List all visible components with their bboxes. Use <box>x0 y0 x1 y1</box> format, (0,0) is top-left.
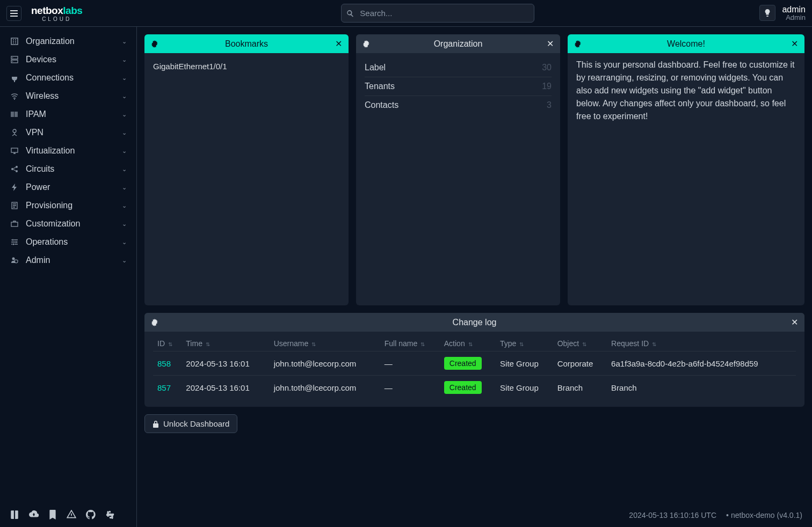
cloud-icon[interactable] <box>29 510 39 519</box>
gear-icon[interactable] <box>151 40 158 48</box>
unlock-label: Unlock Dashboard <box>163 419 229 428</box>
slack-icon[interactable] <box>105 510 115 519</box>
sort-icon: ⇅ <box>311 341 316 347</box>
bolt-icon <box>10 183 19 192</box>
sidebar-item-wireless[interactable]: Wireless⌄ <box>0 87 136 105</box>
close-icon[interactable]: ✕ <box>791 39 798 49</box>
unlock-dashboard-button[interactable]: Unlock Dashboard <box>144 414 237 433</box>
gear-icon[interactable] <box>363 40 370 48</box>
column-header[interactable]: Full name ⇅ <box>380 336 440 352</box>
column-header[interactable]: ID ⇅ <box>153 336 182 352</box>
sidebar-item-label: Connections <box>26 73 74 83</box>
table-row: 8582024-05-13 16:01john.toth@lcecorp.com… <box>153 352 796 376</box>
sidebar-item-admin[interactable]: Admin⌄ <box>0 251 136 269</box>
stat-label: Label <box>365 63 386 72</box>
column-header[interactable]: Request ID ⇅ <box>607 336 796 352</box>
chevron-down-icon: ⌄ <box>122 166 127 173</box>
chevron-down-icon: ⌄ <box>122 148 127 155</box>
column-header[interactable]: Username ⇅ <box>270 336 380 352</box>
sidebar-item-label: Customization <box>26 219 80 229</box>
sidebar-item-ipam[interactable]: IPAM⌄ <box>0 105 136 123</box>
sidebar-item-power[interactable]: Power⌄ <box>0 178 136 196</box>
sidebar-item-devices[interactable]: Devices⌄ <box>0 50 136 69</box>
search-input[interactable] <box>341 4 534 23</box>
column-header[interactable]: Type ⇅ <box>496 336 553 352</box>
svg-point-15 <box>13 244 15 245</box>
column-header[interactable]: Object ⇅ <box>553 336 607 352</box>
svg-point-14 <box>16 241 17 243</box>
github-icon[interactable] <box>86 510 96 519</box>
menu-button[interactable] <box>6 6 21 21</box>
chevron-down-icon: ⌄ <box>122 111 127 118</box>
chevron-down-icon: ⌄ <box>122 221 127 228</box>
widget-organization: Organization ✕ Label30Tenants19Contacts3 <box>356 34 560 305</box>
bookmark-item[interactable]: GigabitEthernet1/0/1 <box>153 58 340 74</box>
column-header[interactable]: Action ⇅ <box>440 336 496 352</box>
changelog-id-link[interactable]: 857 <box>157 383 171 392</box>
sidebar-item-connections[interactable]: Connections⌄ <box>0 69 136 87</box>
cell-type: Site Group <box>496 352 553 376</box>
cell-username: john.toth@lcecorp.com <box>270 352 380 376</box>
sidebar-item-organization[interactable]: Organization⌄ <box>0 32 136 50</box>
sidebar-item-label: IPAM <box>26 109 46 119</box>
cell-object: Corporate <box>553 352 607 376</box>
stat-row[interactable]: Contacts3 <box>365 96 552 114</box>
changelog-table: ID ⇅Time ⇅Username ⇅Full name ⇅Action ⇅T… <box>153 336 796 399</box>
svg-point-13 <box>12 239 14 241</box>
sort-icon: ⇅ <box>168 341 172 347</box>
close-icon[interactable]: ✕ <box>335 39 342 49</box>
widget-header[interactable]: Change log ✕ <box>144 313 804 332</box>
gear-icon[interactable] <box>151 319 158 326</box>
sidebar-item-label: Operations <box>26 237 68 247</box>
close-icon[interactable]: ✕ <box>547 39 554 49</box>
sidebar-item-operations[interactable]: Operations⌄ <box>0 233 136 251</box>
svg-point-4 <box>12 61 13 62</box>
topbar: netboxlabs CLOUD admin Admin <box>0 0 812 27</box>
bookmark-icon[interactable] <box>48 510 57 519</box>
action-badge: Created <box>444 357 482 370</box>
clipboard-icon <box>10 201 19 210</box>
cell-requestid: 6a1f3a9a-8cd0-4e2b-a6fd-b4524ef98d59 <box>607 352 796 376</box>
monitor-icon <box>10 147 19 155</box>
stat-label: Contacts <box>365 100 398 110</box>
action-badge: Created <box>444 381 482 394</box>
user-menu[interactable]: admin Admin <box>782 5 806 22</box>
cell-type: Site Group <box>496 376 553 400</box>
widget-header[interactable]: Organization ✕ <box>356 34 560 53</box>
sidebar-item-label: Devices <box>26 55 56 64</box>
cell-object: Branch <box>553 376 607 400</box>
stat-row[interactable]: Tenants19 <box>365 77 552 96</box>
sidebar-item-circuits[interactable]: Circuits⌄ <box>0 160 136 178</box>
docs-icon[interactable] <box>10 510 19 519</box>
brand-logo[interactable]: netboxlabs CLOUD <box>31 5 82 22</box>
stat-row[interactable]: Label30 <box>365 58 552 77</box>
lock-icon <box>153 420 159 428</box>
server-icon <box>10 55 19 64</box>
theme-toggle[interactable] <box>759 5 775 21</box>
sidebar-item-virtualization[interactable]: Virtualization⌄ <box>0 142 136 160</box>
user-shield-icon <box>10 256 19 265</box>
widget-header[interactable]: Welcome! ✕ <box>568 34 804 53</box>
svg-point-5 <box>14 99 15 100</box>
chevron-down-icon: ⌄ <box>122 38 127 45</box>
sidebar-footer <box>0 502 136 527</box>
alert-icon[interactable] <box>67 510 76 519</box>
chevron-down-icon: ⌄ <box>122 184 127 191</box>
widget-bookmarks: Bookmarks ✕ GigabitEthernet1/0/1 <box>144 34 349 305</box>
sort-icon: ⇅ <box>652 341 656 347</box>
svg-rect-12 <box>11 222 18 226</box>
column-header[interactable]: Time ⇅ <box>182 336 269 352</box>
stat-value: 19 <box>542 82 552 91</box>
close-icon[interactable]: ✕ <box>791 317 798 327</box>
dashboard-main: Bookmarks ✕ GigabitEthernet1/0/1 Organiz… <box>137 27 812 527</box>
sidebar-item-customization[interactable]: Customization⌄ <box>0 215 136 233</box>
sidebar-item-provisioning[interactable]: Provisioning⌄ <box>0 196 136 215</box>
widget-title: Welcome! <box>667 39 705 49</box>
gear-icon[interactable] <box>574 40 582 48</box>
widget-changelog: Change log ✕ ID ⇅Time ⇅Username ⇅Full na… <box>144 313 804 407</box>
sort-icon: ⇅ <box>582 341 586 347</box>
sidebar-item-vpn[interactable]: VPN⌄ <box>0 123 136 142</box>
sort-icon: ⇅ <box>519 341 524 347</box>
widget-header[interactable]: Bookmarks ✕ <box>144 34 349 53</box>
changelog-id-link[interactable]: 858 <box>157 359 171 368</box>
